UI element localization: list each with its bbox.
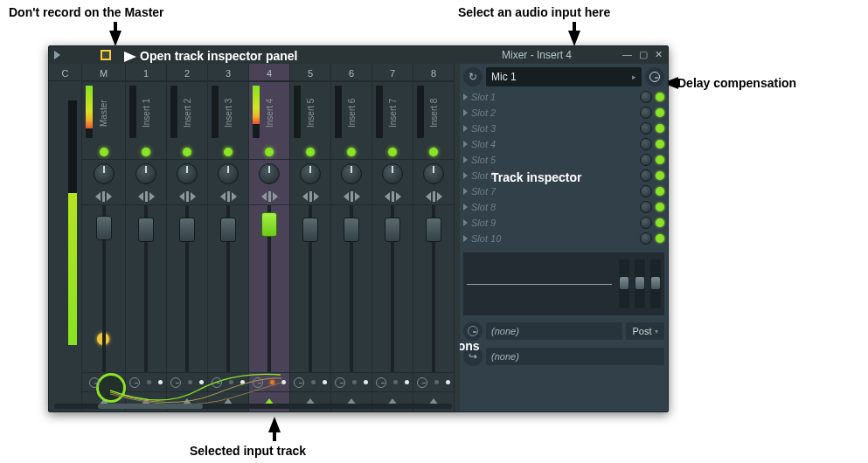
delay-compensation-button[interactable] bbox=[645, 67, 664, 86]
master-send-knob[interactable] bbox=[96, 373, 126, 403]
fx-icon-5[interactable] bbox=[294, 377, 304, 388]
effect-slot-8[interactable]: Slot 8 bbox=[463, 199, 664, 215]
strip-master[interactable]: M Master bbox=[82, 64, 126, 411]
effect-slot-9[interactable]: Slot 9 bbox=[463, 215, 664, 231]
master-enable-led[interactable] bbox=[100, 148, 108, 156]
arm-record-7[interactable] bbox=[393, 380, 398, 384]
strip-current[interactable]: C bbox=[49, 64, 82, 411]
arm-record-4[interactable] bbox=[270, 380, 274, 384]
strip-insert-3[interactable]: 3 Insert 3 bbox=[208, 64, 249, 411]
effect-slot-3[interactable]: Slot 3 bbox=[463, 121, 664, 136]
slot-enable-led-6[interactable] bbox=[656, 171, 664, 180]
eq-high-fader[interactable] bbox=[650, 259, 661, 308]
enable-led-8[interactable] bbox=[429, 148, 438, 156]
fx-icon-6[interactable] bbox=[335, 377, 345, 388]
stereo-sep-8[interactable] bbox=[413, 188, 454, 205]
strip-insert-2[interactable]: 2 Insert 2 bbox=[167, 64, 208, 411]
strip-insert-5[interactable]: 5 Insert 5 bbox=[290, 64, 331, 411]
input-routing-icon[interactable]: ↻ bbox=[463, 67, 483, 86]
fader-handle-1[interactable] bbox=[138, 218, 154, 242]
pan-knob-1[interactable] bbox=[135, 163, 156, 184]
stereo-sep-3[interactable] bbox=[208, 188, 248, 205]
slot-mix-knob-2[interactable] bbox=[640, 107, 652, 119]
strip-insert-7[interactable]: 7 Insert 7 bbox=[372, 64, 413, 411]
dock-dot-6[interactable] bbox=[364, 380, 368, 384]
minimize-button[interactable]: — bbox=[622, 49, 632, 60]
dock-dot-2[interactable] bbox=[199, 380, 204, 384]
open-track-inspector-button[interactable] bbox=[101, 50, 111, 60]
slot-enable-led-5[interactable] bbox=[656, 155, 664, 164]
arm-record-3[interactable] bbox=[229, 380, 233, 384]
strip-insert-4[interactable]: 4 Insert 4 bbox=[249, 64, 290, 411]
tracks-scrollbar[interactable] bbox=[54, 404, 452, 409]
dock-dot-3[interactable] bbox=[240, 380, 245, 384]
fx-icon-1[interactable] bbox=[129, 377, 140, 388]
fader-handle-3[interactable] bbox=[220, 218, 236, 242]
slot-enable-led-2[interactable] bbox=[656, 108, 664, 117]
master-fader-handle[interactable] bbox=[96, 216, 112, 240]
stereo-sep-1[interactable] bbox=[126, 188, 166, 205]
audio-input-select[interactable]: Mic 1 ▸ bbox=[486, 67, 642, 86]
pan-knob-7[interactable] bbox=[382, 163, 403, 184]
slot-mix-knob-5[interactable] bbox=[640, 154, 652, 166]
pan-knob-6[interactable] bbox=[341, 163, 362, 184]
pan-knob-2[interactable] bbox=[177, 163, 198, 184]
slot-mix-knob-10[interactable] bbox=[640, 232, 652, 245]
slot-mix-knob-3[interactable] bbox=[640, 122, 652, 135]
eq-graph[interactable] bbox=[463, 252, 615, 315]
stereo-sep-2[interactable] bbox=[167, 188, 207, 205]
enable-led-4[interactable] bbox=[265, 148, 274, 156]
pan-knob-5[interactable] bbox=[300, 163, 321, 184]
dock-dot-7[interactable] bbox=[405, 380, 409, 384]
eq-low-fader[interactable] bbox=[619, 259, 629, 308]
slot-enable-led-3[interactable] bbox=[656, 124, 664, 133]
strip-insert-6[interactable]: 6 Insert 6 bbox=[331, 64, 372, 411]
enable-led-2[interactable] bbox=[183, 148, 191, 156]
output-select-1[interactable]: (none) bbox=[486, 322, 622, 340]
dock-dot-1[interactable] bbox=[158, 380, 163, 384]
arm-record-8[interactable] bbox=[434, 380, 439, 384]
slot-enable-led-7[interactable] bbox=[656, 187, 664, 196]
fx-icon-2[interactable] bbox=[170, 377, 181, 388]
enable-led-3[interactable] bbox=[224, 148, 233, 156]
effect-slot-7[interactable]: Slot 7 bbox=[463, 183, 664, 199]
fx-icon-4[interactable] bbox=[253, 377, 263, 388]
enable-led-5[interactable] bbox=[306, 148, 315, 156]
enable-led-1[interactable] bbox=[142, 148, 150, 156]
arm-record-5[interactable] bbox=[311, 380, 316, 384]
fx-icon-7[interactable] bbox=[376, 377, 386, 388]
slot-mix-knob-9[interactable] bbox=[640, 217, 652, 229]
stereo-sep-5[interactable] bbox=[290, 188, 330, 205]
fader-handle-7[interactable] bbox=[385, 218, 400, 242]
stereo-sep-4[interactable] bbox=[249, 188, 289, 205]
maximize-button[interactable]: ▢ bbox=[639, 49, 648, 60]
dock-dot-4[interactable] bbox=[281, 380, 286, 384]
slot-mix-knob-1[interactable] bbox=[640, 91, 652, 103]
fader-handle-4[interactable] bbox=[261, 212, 277, 237]
enable-led-6[interactable] bbox=[347, 148, 356, 156]
arm-record-1[interactable] bbox=[147, 380, 151, 384]
effect-slot-4[interactable]: Slot 4 bbox=[463, 136, 664, 152]
dock-dot-8[interactable] bbox=[446, 380, 450, 384]
pan-knob-8[interactable] bbox=[423, 163, 444, 184]
fader-handle-8[interactable] bbox=[426, 218, 441, 242]
menu-triangle-icon[interactable] bbox=[54, 51, 60, 59]
slot-enable-led-10[interactable] bbox=[656, 234, 664, 243]
fader-handle-6[interactable] bbox=[344, 218, 359, 242]
output-select-2[interactable]: (none) bbox=[486, 348, 664, 365]
slot-mix-knob-8[interactable] bbox=[640, 201, 652, 213]
slot-enable-led-4[interactable] bbox=[656, 140, 664, 149]
stereo-sep-6[interactable] bbox=[331, 188, 372, 205]
post-button[interactable]: Post▾ bbox=[626, 322, 664, 340]
fx-icon-8[interactable] bbox=[417, 377, 427, 388]
master-fx-icon[interactable] bbox=[89, 377, 100, 388]
effect-slot-2[interactable]: Slot 2 bbox=[463, 105, 664, 121]
close-button[interactable]: ✕ bbox=[655, 49, 663, 60]
slot-mix-knob-4[interactable] bbox=[640, 138, 652, 150]
fader-handle-5[interactable] bbox=[302, 218, 318, 242]
effect-slot-10[interactable]: Slot 10 bbox=[463, 231, 664, 246]
effect-slot-5[interactable]: Slot 5 bbox=[463, 152, 664, 168]
slot-mix-knob-7[interactable] bbox=[640, 185, 652, 197]
master-pan-knob[interactable] bbox=[94, 163, 115, 184]
master-stereo-row[interactable] bbox=[82, 188, 125, 205]
